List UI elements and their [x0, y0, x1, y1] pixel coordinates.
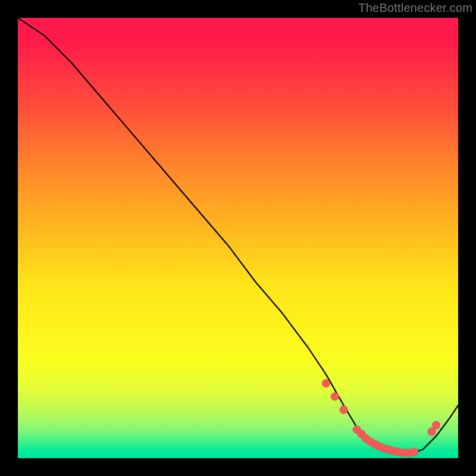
- plot-area: [18, 18, 458, 458]
- data-marker: [331, 392, 339, 400]
- chart-overlay: [18, 18, 458, 458]
- data-marker: [432, 421, 440, 430]
- bottleneck-curve: [18, 18, 458, 454]
- attribution-text: TheBottlenecker.com: [358, 1, 472, 15]
- data-marker: [340, 406, 348, 414]
- chart-container: TheBottlenecker.com: [0, 0, 476, 476]
- data-markers: [322, 379, 440, 457]
- data-marker: [410, 448, 418, 456]
- data-marker: [322, 379, 330, 387]
